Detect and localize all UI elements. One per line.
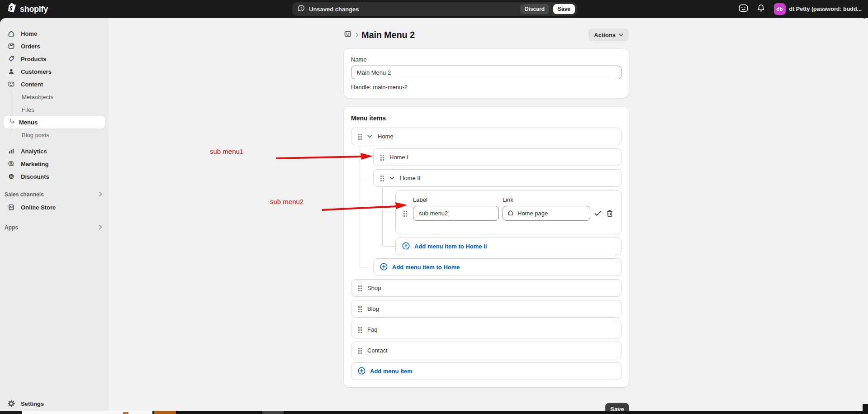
alert-icon — [298, 5, 305, 14]
svg-text:%: % — [9, 175, 13, 179]
sidebar-label: Metaobjects — [22, 94, 53, 100]
save-button-top[interactable]: Save — [553, 4, 575, 14]
bottom-edge-strip — [0, 411, 22, 414]
drag-handle-icon[interactable] — [358, 327, 362, 333]
delete-trash-icon[interactable] — [606, 210, 614, 217]
shopify-logo[interactable]: shopify — [7, 0, 48, 18]
menu-item-label-input[interactable] — [413, 206, 499, 221]
menu-row-label: Contact — [367, 347, 388, 354]
shopify-bag-icon — [7, 3, 17, 15]
sidebar-item-marketing[interactable]: Marketing — [4, 157, 105, 170]
confirm-check-icon[interactable] — [594, 210, 602, 216]
link-field-caption: Link — [503, 196, 590, 203]
menu-row-faq[interactable]: Faq — [351, 321, 621, 338]
drag-handle-icon[interactable] — [358, 347, 362, 354]
bottom-edge-strip — [284, 411, 868, 414]
chevron-down-icon[interactable] — [389, 176, 394, 180]
add-button-label: Add menu item — [370, 368, 413, 375]
sidebar-section-sales-channels[interactable]: Sales channels — [4, 188, 105, 201]
unsaved-message: Unsaved changes — [309, 6, 359, 13]
sidebar-item-analytics[interactable]: Analytics — [4, 145, 105, 157]
bottom-edge-strip — [176, 411, 262, 414]
menu-row-label: Shop — [367, 285, 381, 291]
sidebar-item-home[interactable]: Home — [4, 27, 105, 40]
sidebar-item-orders[interactable]: Orders — [4, 40, 105, 52]
add-button-label: Add menu item to Home II — [414, 243, 487, 250]
discard-button[interactable]: Discard — [520, 4, 549, 14]
discounts-icon: % — [7, 173, 15, 180]
customers-icon — [7, 68, 15, 75]
sidebar-label: Customers — [21, 68, 52, 75]
sidebar-label: Marketing — [21, 161, 48, 167]
section-label: Apps — [5, 224, 18, 231]
name-field-caption: Name — [351, 56, 621, 63]
add-menu-item-to-home-button[interactable]: Add menu item to Home — [373, 258, 621, 276]
section-label: Sales channels — [5, 191, 44, 198]
notifications-bell-icon[interactable] — [757, 4, 765, 14]
drag-handle-icon[interactable] — [380, 175, 384, 181]
sidebar-label: Online Store — [21, 204, 56, 211]
menu-name-input[interactable] — [351, 66, 621, 79]
menu-row-home-ii[interactable]: Home II — [373, 169, 621, 187]
page-scrollbar[interactable] — [865, 18, 868, 411]
plus-circle-icon — [358, 367, 365, 376]
menu-row-home[interactable]: Home — [351, 128, 621, 145]
menu-item-link-input[interactable]: Home page — [503, 206, 590, 221]
sidebar-label: Analytics — [21, 148, 47, 155]
sidebar-label: Content — [21, 81, 43, 88]
sidebar-item-menus[interactable]: Menus — [4, 116, 105, 128]
orders-icon — [7, 43, 15, 50]
drag-handle-icon[interactable] — [358, 285, 362, 291]
unsaved-changes-bar: Unsaved changes Discard Save — [292, 2, 577, 16]
chevron-down-icon[interactable] — [367, 135, 372, 138]
actions-button[interactable]: Actions — [588, 29, 629, 41]
main-content: Main Menu 2 Actions Name Handle: main-me… — [109, 18, 868, 414]
menu-row-home-i[interactable]: Home I — [373, 148, 621, 166]
plus-circle-icon — [380, 263, 388, 272]
menu-row-label: Home I — [389, 154, 408, 161]
sidebar-label: Discounts — [21, 173, 49, 180]
sidebar-item-products[interactable]: Products — [4, 52, 105, 65]
breadcrumb-content-icon — [344, 30, 352, 40]
plus-circle-icon — [402, 242, 410, 251]
menu-row-contact[interactable]: Contact — [351, 342, 621, 359]
sidebar-label: Files — [22, 106, 34, 113]
content-icon — [7, 81, 15, 88]
menu-row-label: Home — [378, 133, 394, 140]
sidebar-item-discounts[interactable]: % Discounts — [4, 170, 105, 183]
sidebar-item-online-store[interactable]: Online Store — [4, 201, 105, 214]
chevron-right-icon — [99, 224, 102, 231]
sidebar-label: Orders — [21, 43, 40, 50]
account-menu[interactable]: db dt Petty (password: budd... — [774, 3, 862, 15]
bottom-edge-strip — [262, 411, 284, 414]
logo-wordmark: shopify — [20, 5, 48, 14]
sidebar-item-files[interactable]: Files — [4, 103, 105, 116]
sidekick-icon[interactable] — [739, 4, 748, 14]
link-value: Home page — [517, 210, 548, 217]
handle-text: Handle: main-menu-2 — [351, 84, 621, 90]
menu-row-label: Blog — [367, 305, 379, 312]
menu-items-card: Menu items Home Home I — [344, 107, 629, 387]
drag-handle-icon[interactable] — [358, 133, 362, 140]
sidebar-item-settings[interactable]: Settings — [4, 397, 105, 410]
menu-row-blog[interactable]: Blog — [351, 300, 621, 318]
sidebar-item-metaobjects[interactable]: Metaobjects — [4, 90, 105, 103]
gear-icon — [7, 400, 15, 407]
sidebar-item-blog-posts[interactable]: Blog posts — [4, 128, 105, 141]
products-tag-icon — [7, 55, 15, 62]
marketing-icon — [7, 160, 15, 167]
add-menu-item-button[interactable]: Add menu item — [351, 362, 621, 380]
menu-row-shop[interactable]: Shop — [351, 279, 621, 297]
sidebar-item-content[interactable]: Content — [4, 78, 105, 90]
drag-handle-icon[interactable] — [380, 154, 384, 161]
drag-handle-icon[interactable] — [358, 306, 362, 312]
sidebar: Home Orders Products Customers — [0, 18, 109, 414]
add-menu-item-to-home-ii-button[interactable]: Add menu item to Home II — [395, 238, 621, 255]
sidebar-label: Menus — [19, 119, 38, 126]
label-field-caption: Label — [413, 196, 499, 203]
name-card: Name Handle: main-menu-2 — [344, 49, 629, 98]
sidebar-item-customers[interactable]: Customers — [4, 65, 105, 78]
sidebar-section-apps[interactable]: Apps — [4, 221, 105, 234]
home-icon — [7, 30, 15, 37]
drag-handle-icon[interactable] — [403, 210, 407, 217]
